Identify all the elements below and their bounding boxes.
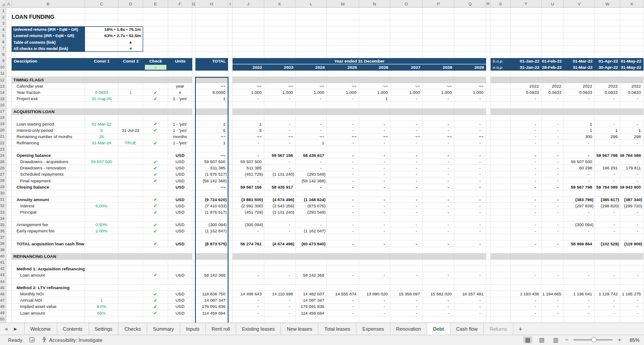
cell-V11[interactable] <box>564 71 595 77</box>
cell-C44[interactable] <box>85 278 119 285</box>
cell-N16[interactable] <box>359 102 390 108</box>
cell-D30[interactable] <box>119 190 143 197</box>
cell-E11[interactable] <box>143 71 168 77</box>
cell-U3[interactable] <box>542 20 564 26</box>
cell-A40[interactable] <box>6 253 12 260</box>
cell-W50[interactable] <box>595 316 620 323</box>
cell-X47[interactable]: - <box>620 297 644 303</box>
cell-K14[interactable]: 1.000 <box>264 89 296 96</box>
cell-V13[interactable]: 2022 <box>564 83 595 89</box>
cell-D45[interactable] <box>119 285 143 291</box>
cell-R24[interactable] <box>486 152 491 159</box>
cell-W34[interactable] <box>595 215 620 222</box>
cell-N34[interactable] <box>359 215 390 222</box>
cell-F48[interactable]: USD <box>168 303 192 310</box>
cell-C39[interactable] <box>85 247 119 253</box>
cell-T43[interactable]: - <box>511 272 542 278</box>
cell-Q3[interactable] <box>454 20 486 26</box>
cell-S22[interactable] <box>491 140 511 146</box>
cell-K29[interactable]: 58 435 917 <box>264 184 296 190</box>
cell-T33[interactable]: - <box>511 209 542 215</box>
header-year-2026[interactable]: 2026 <box>359 64 390 71</box>
cell-X25[interactable]: - <box>620 159 644 165</box>
cell-E1[interactable] <box>143 8 168 14</box>
cell-O38[interactable]: - <box>390 240 423 247</box>
cell-T35[interactable]: - <box>511 222 542 228</box>
cell-A10[interactable] <box>6 64 12 71</box>
cell-O15[interactable]: - <box>390 96 423 102</box>
cell-U46[interactable]: 1 194 665 <box>542 291 564 297</box>
cell-M38[interactable]: - <box>327 240 359 247</box>
cell-H22[interactable]: 1 <box>195 140 228 146</box>
cell-F5[interactable] <box>168 33 192 39</box>
cell-I33[interactable] <box>228 209 233 215</box>
cell-I42[interactable] <box>228 266 233 272</box>
cell-R48[interactable] <box>486 303 491 310</box>
cell-K5[interactable] <box>264 33 296 39</box>
row-header-1[interactable]: 1 <box>0 8 6 14</box>
header-year-2029[interactable]: 2029 <box>454 64 486 71</box>
cell-Q47[interactable]: - <box>454 297 486 303</box>
cell-B19[interactable]: Loan starting period <box>12 121 85 127</box>
cell-I6[interactable] <box>228 39 233 45</box>
cell-T44[interactable] <box>511 278 542 285</box>
cell-N38[interactable]: - <box>359 240 390 247</box>
cell-V23[interactable] <box>564 146 595 152</box>
cell-I47[interactable] <box>228 297 233 303</box>
cell-G14[interactable] <box>192 89 195 96</box>
cell-V26[interactable]: 60 298 <box>564 165 595 171</box>
cell-K32[interactable]: (3 543 256) <box>264 203 296 209</box>
column-header-B[interactable]: B <box>12 0 85 8</box>
cell-M28[interactable]: - <box>327 178 359 184</box>
cell-M31[interactable]: - <box>327 197 359 203</box>
cell-V30[interactable] <box>564 190 595 197</box>
cell-Q43[interactable]: - <box>454 272 486 278</box>
cell-E21[interactable] <box>143 134 168 140</box>
cell-M45[interactable] <box>327 285 359 291</box>
cell-O36[interactable]: - <box>390 228 423 234</box>
cell-A29[interactable] <box>6 184 12 190</box>
cell-A44[interactable] <box>6 278 12 285</box>
header-const1[interactable]: Const 1 <box>85 58 119 64</box>
cell-I10[interactable] <box>228 64 233 71</box>
page-layout-view-icon[interactable]: ▤ <box>537 337 546 343</box>
header-year-2025[interactable]: 2025 <box>327 64 359 71</box>
cell-E45[interactable] <box>143 285 168 291</box>
header-eop-date-0[interactable]: 31-Jan-22 <box>511 64 542 71</box>
cell-J41[interactable] <box>233 260 264 266</box>
row-header-50[interactable]: 50 <box>0 316 6 323</box>
cell-T47[interactable]: - <box>511 297 542 303</box>
cell-H11[interactable] <box>195 71 228 77</box>
cell-I9[interactable] <box>228 58 233 64</box>
cell-C42[interactable] <box>85 266 119 272</box>
cell-B21[interactable]: Remaining number of months <box>12 134 85 140</box>
cell-V22[interactable]: - <box>564 140 595 146</box>
cell-W23[interactable] <box>595 146 620 152</box>
cell-V35[interactable]: (300 094) <box>564 222 595 228</box>
cell-V14[interactable]: 0.0833 <box>564 89 595 96</box>
cell-S1[interactable] <box>491 8 511 14</box>
cell-A2[interactable] <box>6 14 12 20</box>
cell-V44[interactable] <box>564 278 595 285</box>
cell-P36[interactable]: - <box>423 228 454 234</box>
cell-P50[interactable] <box>423 316 454 323</box>
cell-R7[interactable] <box>486 46 491 52</box>
header-year-span[interactable]: Year ended 31 December <box>233 58 486 64</box>
cell-M43[interactable]: - <box>327 272 359 278</box>
cell-M48[interactable]: - <box>327 303 359 310</box>
cell-U22[interactable]: - <box>542 140 564 146</box>
cell-E18[interactable] <box>143 115 168 121</box>
cell-F47[interactable]: USD <box>168 297 192 303</box>
column-header-C[interactable]: C <box>85 0 119 8</box>
cell-W33[interactable]: - <box>595 209 620 215</box>
section-fill-h12[interactable] <box>195 77 228 83</box>
cell-L26[interactable]: - <box>296 165 327 171</box>
cell-U7[interactable] <box>542 46 564 52</box>
cell-P25[interactable]: - <box>423 159 454 165</box>
cell-F41[interactable] <box>168 260 192 266</box>
cell-L3[interactable] <box>296 20 327 26</box>
cell-U29[interactable]: - <box>542 184 564 190</box>
cell-Q36[interactable]: - <box>454 228 486 234</box>
cell-I3[interactable] <box>228 20 233 26</box>
header-const2[interactable]: Const 2 <box>119 58 143 64</box>
